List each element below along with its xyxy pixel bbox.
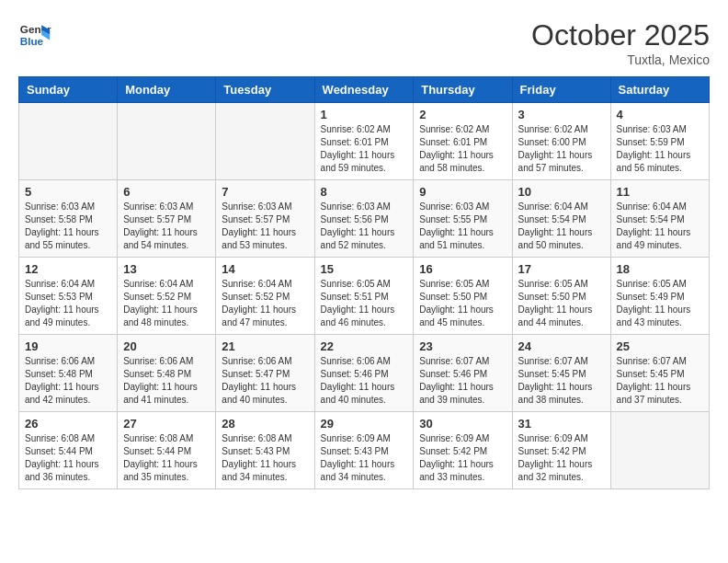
day-info: Sunrise: 6:05 AM Sunset: 5:50 PM Dayligh…: [419, 278, 506, 329]
day-info: Sunrise: 6:07 AM Sunset: 5:45 PM Dayligh…: [518, 355, 605, 407]
day-info: Sunrise: 6:05 AM Sunset: 5:51 PM Dayligh…: [321, 278, 408, 329]
calendar-cell: 4Sunrise: 6:03 AM Sunset: 5:59 PM Daylig…: [610, 103, 709, 180]
calendar-cell: 9Sunrise: 6:03 AM Sunset: 5:55 PM Daylig…: [414, 180, 512, 258]
calendar-cell: 10Sunrise: 6:04 AM Sunset: 5:54 PM Dayli…: [512, 180, 610, 258]
day-number: 29: [321, 417, 408, 431]
calendar-cell: 3Sunrise: 6:02 AM Sunset: 6:00 PM Daylig…: [512, 103, 610, 180]
day-number: 30: [419, 417, 506, 431]
day-number: 2: [419, 108, 506, 121]
day-info: Sunrise: 6:04 AM Sunset: 5:53 PM Dayligh…: [25, 278, 111, 329]
weekday-header-friday: Friday: [512, 77, 610, 103]
calendar-cell: 1Sunrise: 6:02 AM Sunset: 6:01 PM Daylig…: [314, 103, 414, 180]
day-number: 3: [518, 108, 605, 121]
day-info: Sunrise: 6:03 AM Sunset: 5:58 PM Dayligh…: [25, 201, 111, 252]
day-number: 25: [617, 339, 703, 353]
day-info: Sunrise: 6:05 AM Sunset: 5:49 PM Dayligh…: [617, 278, 703, 329]
day-info: Sunrise: 6:06 AM Sunset: 5:48 PM Dayligh…: [123, 355, 210, 407]
weekday-header-monday: Monday: [118, 77, 216, 103]
day-number: 11: [617, 185, 703, 199]
calendar-cell: 30Sunrise: 6:09 AM Sunset: 5:42 PM Dayli…: [414, 412, 512, 489]
page-header: General Blue October 2025 Tuxtla, Mexico: [18, 18, 710, 67]
week-row-5: 26Sunrise: 6:08 AM Sunset: 5:44 PM Dayli…: [19, 412, 710, 489]
weekday-header-thursday: Thursday: [414, 77, 512, 103]
day-info: Sunrise: 6:03 AM Sunset: 5:57 PM Dayligh…: [222, 201, 308, 252]
calendar-cell: 20Sunrise: 6:06 AM Sunset: 5:48 PM Dayli…: [118, 335, 216, 412]
calendar-cell: 19Sunrise: 6:06 AM Sunset: 5:48 PM Dayli…: [19, 335, 118, 412]
calendar-cell: 18Sunrise: 6:05 AM Sunset: 5:49 PM Dayli…: [610, 258, 709, 335]
day-number: 9: [419, 185, 506, 199]
day-info: Sunrise: 6:02 AM Sunset: 6:01 PM Dayligh…: [321, 123, 408, 175]
svg-text:Blue: Blue: [20, 35, 44, 47]
day-number: 24: [518, 339, 605, 353]
day-number: 28: [222, 417, 308, 431]
location-title: Tuxtla, Mexico: [531, 52, 710, 67]
day-number: 7: [222, 185, 308, 199]
calendar-cell: [19, 103, 118, 180]
day-info: Sunrise: 6:04 AM Sunset: 5:54 PM Dayligh…: [518, 201, 605, 252]
calendar-cell: 26Sunrise: 6:08 AM Sunset: 5:44 PM Dayli…: [19, 412, 118, 489]
day-info: Sunrise: 6:03 AM Sunset: 5:56 PM Dayligh…: [321, 201, 408, 252]
day-info: Sunrise: 6:06 AM Sunset: 5:46 PM Dayligh…: [321, 355, 408, 407]
calendar-cell: 31Sunrise: 6:09 AM Sunset: 5:42 PM Dayli…: [512, 412, 610, 489]
calendar-cell: 27Sunrise: 6:08 AM Sunset: 5:44 PM Dayli…: [118, 412, 216, 489]
calendar-cell: 15Sunrise: 6:05 AM Sunset: 5:51 PM Dayli…: [314, 258, 414, 335]
calendar-cell: 17Sunrise: 6:05 AM Sunset: 5:50 PM Dayli…: [512, 258, 610, 335]
calendar-cell: 8Sunrise: 6:03 AM Sunset: 5:56 PM Daylig…: [314, 180, 414, 258]
day-number: 12: [25, 262, 111, 276]
day-info: Sunrise: 6:02 AM Sunset: 6:01 PM Dayligh…: [419, 123, 506, 175]
day-info: Sunrise: 6:07 AM Sunset: 5:45 PM Dayligh…: [617, 355, 703, 407]
calendar-cell: 7Sunrise: 6:03 AM Sunset: 5:57 PM Daylig…: [216, 180, 314, 258]
week-row-3: 12Sunrise: 6:04 AM Sunset: 5:53 PM Dayli…: [19, 258, 710, 335]
week-row-2: 5Sunrise: 6:03 AM Sunset: 5:58 PM Daylig…: [19, 180, 710, 258]
day-number: 6: [123, 185, 210, 199]
day-info: Sunrise: 6:09 AM Sunset: 5:42 PM Dayligh…: [419, 432, 506, 484]
calendar-cell: 25Sunrise: 6:07 AM Sunset: 5:45 PM Dayli…: [610, 335, 709, 412]
day-info: Sunrise: 6:09 AM Sunset: 5:43 PM Dayligh…: [321, 432, 408, 484]
calendar-cell: 21Sunrise: 6:06 AM Sunset: 5:47 PM Dayli…: [216, 335, 314, 412]
day-number: 16: [419, 262, 506, 276]
day-number: 19: [25, 339, 111, 353]
day-info: Sunrise: 6:08 AM Sunset: 5:44 PM Dayligh…: [25, 432, 111, 484]
calendar-cell: 22Sunrise: 6:06 AM Sunset: 5:46 PM Dayli…: [314, 335, 414, 412]
calendar-cell: 23Sunrise: 6:07 AM Sunset: 5:46 PM Dayli…: [414, 335, 512, 412]
day-info: Sunrise: 6:06 AM Sunset: 5:48 PM Dayligh…: [25, 355, 111, 407]
day-info: Sunrise: 6:04 AM Sunset: 5:52 PM Dayligh…: [222, 278, 308, 329]
day-info: Sunrise: 6:05 AM Sunset: 5:50 PM Dayligh…: [518, 278, 605, 329]
day-number: 22: [321, 339, 408, 353]
logo: General Blue: [18, 18, 55, 52]
calendar-cell: 12Sunrise: 6:04 AM Sunset: 5:53 PM Dayli…: [19, 258, 118, 335]
logo-icon: General Blue: [18, 18, 51, 52]
calendar-cell: 5Sunrise: 6:03 AM Sunset: 5:58 PM Daylig…: [19, 180, 118, 258]
day-number: 8: [321, 185, 408, 199]
day-number: 27: [123, 417, 210, 431]
day-number: 4: [617, 108, 703, 121]
weekday-header-wednesday: Wednesday: [314, 77, 414, 103]
day-number: 5: [25, 185, 111, 199]
calendar-cell: 11Sunrise: 6:04 AM Sunset: 5:54 PM Dayli…: [610, 180, 709, 258]
day-info: Sunrise: 6:02 AM Sunset: 6:00 PM Dayligh…: [518, 123, 605, 175]
day-number: 26: [25, 417, 111, 431]
day-info: Sunrise: 6:03 AM Sunset: 5:55 PM Dayligh…: [419, 201, 506, 252]
week-row-4: 19Sunrise: 6:06 AM Sunset: 5:48 PM Dayli…: [19, 335, 710, 412]
day-info: Sunrise: 6:06 AM Sunset: 5:47 PM Dayligh…: [222, 355, 308, 407]
day-info: Sunrise: 6:08 AM Sunset: 5:43 PM Dayligh…: [222, 432, 308, 484]
weekday-header-row: SundayMondayTuesdayWednesdayThursdayFrid…: [19, 77, 710, 103]
calendar-table: SundayMondayTuesdayWednesdayThursdayFrid…: [18, 76, 710, 489]
calendar-cell: [216, 103, 314, 180]
calendar-cell: [118, 103, 216, 180]
calendar-cell: 29Sunrise: 6:09 AM Sunset: 5:43 PM Dayli…: [314, 412, 414, 489]
day-info: Sunrise: 6:04 AM Sunset: 5:54 PM Dayligh…: [617, 201, 703, 252]
day-info: Sunrise: 6:07 AM Sunset: 5:46 PM Dayligh…: [419, 355, 506, 407]
day-number: 15: [321, 262, 408, 276]
calendar-cell: 6Sunrise: 6:03 AM Sunset: 5:57 PM Daylig…: [118, 180, 216, 258]
day-info: Sunrise: 6:03 AM Sunset: 5:59 PM Dayligh…: [617, 123, 703, 175]
day-number: 21: [222, 339, 308, 353]
calendar-cell: 16Sunrise: 6:05 AM Sunset: 5:50 PM Dayli…: [414, 258, 512, 335]
calendar-cell: 24Sunrise: 6:07 AM Sunset: 5:45 PM Dayli…: [512, 335, 610, 412]
calendar-cell: 13Sunrise: 6:04 AM Sunset: 5:52 PM Dayli…: [118, 258, 216, 335]
day-number: 18: [617, 262, 703, 276]
week-row-1: 1Sunrise: 6:02 AM Sunset: 6:01 PM Daylig…: [19, 103, 710, 180]
calendar-cell: 2Sunrise: 6:02 AM Sunset: 6:01 PM Daylig…: [414, 103, 512, 180]
day-number: 1: [321, 108, 408, 121]
month-title: October 2025: [531, 18, 710, 52]
